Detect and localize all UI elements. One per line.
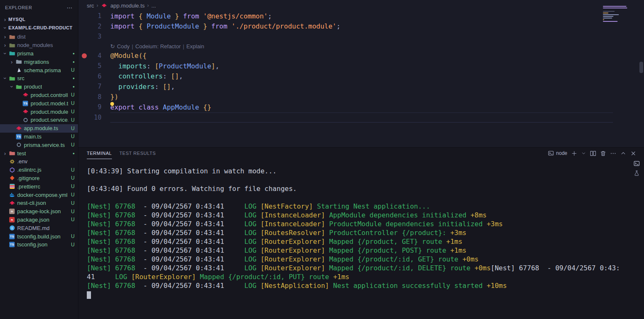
editor-scrollbar-thumb[interactable] (639, 62, 643, 73)
terminal-instance-node[interactable] (634, 160, 640, 167)
line-number[interactable]: 5 (78, 62, 101, 70)
new-terminal-button[interactable] (571, 150, 577, 157)
tree-item-prisma-service-ts[interactable]: prisma.service.tsU (0, 141, 78, 149)
line-number[interactable]: 10 (78, 114, 101, 121)
tree-item-product[interactable]: ›product● (0, 83, 78, 91)
codelens-action[interactable]: Cody (117, 43, 130, 50)
tree-item-node-modules[interactable]: ›node_modules (0, 41, 78, 50)
tree-item-prettierrc[interactable]: .prettierrcU (0, 182, 78, 191)
ts-icon: TS (22, 101, 29, 106)
nestjs-file-icon (101, 3, 108, 8)
chevron-right-icon: › (2, 150, 8, 157)
code-line-2[interactable]: 2import { ProductModule } from './produc… (78, 21, 638, 32)
code-area[interactable]: 1import { Module } from '@nestjs/common'… (78, 11, 638, 123)
terminal-line: [0:43:39] Starting compilation in watch … (87, 167, 622, 175)
tree-item-docker-compose-yml[interactable]: docker-compose.ymlU (0, 191, 78, 199)
tree-item-package-json[interactable]: npackage.jsonU (0, 216, 78, 224)
minimap[interactable] (603, 6, 628, 24)
kill-terminal-button[interactable] (600, 150, 606, 157)
code-line-7[interactable]: 7 providers: [], (78, 81, 638, 92)
service-icon (22, 117, 29, 123)
line-number[interactable]: 9 (78, 103, 101, 111)
ts-icon: TS (15, 134, 22, 139)
more-actions-icon[interactable]: ⋯ (67, 4, 73, 11)
chevron-right-icon: › (8, 59, 15, 65)
terminal-line: [Nest] 67768 - 09/04/2567 0:43:41 LOG [R… (87, 237, 622, 246)
tree-item-eslintrc-js[interactable]: .eslintrc.jsU (0, 166, 78, 174)
code-line-9[interactable]: 9export class AppModule {} (78, 102, 638, 112)
tab-test-results[interactable]: TEST RESULTS (119, 148, 156, 159)
code-line-5[interactable]: 5 imports: [ProductModule], (78, 61, 638, 71)
line-number[interactable]: 2 (78, 23, 101, 30)
tree-item-nest-cli-json[interactable]: nest-cli.jsonU (0, 199, 78, 207)
chevron-down-icon: › (2, 24, 8, 31)
split-terminal-button[interactable] (590, 150, 596, 157)
codelens-separator: | (183, 43, 184, 50)
tree-item-readme-md[interactable]: iREADME.md (0, 224, 78, 232)
line-number[interactable]: 7 (78, 83, 101, 90)
terminal-instance-test[interactable] (634, 170, 640, 176)
tree-item-product-service-ts[interactable]: product.service.tsU (0, 116, 78, 124)
terminal-tabs-list (631, 160, 642, 176)
codelens-action[interactable]: Explain (186, 43, 204, 50)
tree-item-dist[interactable]: ›dist (0, 33, 78, 41)
terminal-profile-dropdown[interactable] (581, 151, 586, 156)
tree-item-prisma[interactable]: ›prisma● (0, 50, 78, 58)
nest-icon (15, 126, 22, 131)
code-line-4[interactable]: 4@Module({ (78, 51, 638, 61)
breadcrumb-symbol[interactable]: ... (151, 3, 156, 9)
line-number[interactable]: 1 (78, 12, 101, 20)
code-line-6[interactable]: 6 controllers: [], (78, 71, 638, 82)
tree-item-label: product.controll... (31, 92, 68, 98)
code-line-10[interactable]: 10 (78, 112, 638, 123)
tree-item-product-controll[interactable]: product.controll...U (0, 91, 78, 99)
code-line-1[interactable]: 1import { Module } from '@nestjs/common'… (78, 11, 638, 21)
terminal-line: [Nest] 67768 - 09/04/2567 0:43:41 LOG [I… (87, 220, 622, 228)
terminal-instance-chip[interactable]: node (548, 150, 567, 156)
git-untracked-badge: U (68, 242, 75, 248)
tab-terminal[interactable]: TERMINAL (87, 148, 112, 159)
codelens-action[interactable]: Codeium: Refactor (135, 43, 181, 50)
tree-item-tsconfig-build-json[interactable]: TStsconfig.build.jsonU (0, 232, 78, 241)
tree-item-test[interactable]: ›test● (0, 149, 78, 157)
tree-item-app-module-ts[interactable]: app.module.tsU (0, 124, 78, 133)
tree-item-gitignore[interactable]: .gitignoreU (0, 174, 78, 183)
line-number[interactable]: 8 (78, 93, 101, 101)
tree-item-label: product (24, 84, 42, 90)
line-number[interactable]: 3 (78, 33, 101, 40)
section-example-crud-product[interactable]: › EXAMPLE-CRUD-PRODUCT (0, 24, 78, 32)
breakpoint-icon[interactable] (82, 53, 87, 58)
tree-item-label: prisma.service.ts (24, 142, 65, 148)
tree-item-schema-prisma[interactable]: schema.prismaU (0, 66, 78, 74)
tree-item-label: .eslintrc.js (17, 167, 42, 173)
terminal-output[interactable]: [0:43:39] Starting compilation in watch … (87, 167, 622, 299)
tree-item-main-ts[interactable]: TSmain.tsU (0, 133, 78, 141)
close-panel-button[interactable] (630, 150, 636, 157)
tree-item-migrations[interactable]: ›migrations● (0, 58, 78, 66)
git-icon (8, 175, 16, 181)
service-icon (15, 142, 22, 148)
panel-tab-bar: TERMINAL TEST RESULTS node (78, 148, 644, 159)
minimap-line (603, 18, 612, 18)
section-label: EXAMPLE-CRUD-PRODUCT (8, 25, 73, 30)
tree-item-tsconfig-json[interactable]: TStsconfig.jsonU (0, 241, 78, 249)
editor-pane[interactable]: src › app.module.ts › ... 1import { Modu… (78, 0, 644, 147)
line-number[interactable]: 6 (78, 73, 101, 80)
tree-item-env[interactable]: .env (0, 157, 78, 166)
panel-more-actions-button[interactable] (610, 150, 616, 157)
tree-item-product-module-ts[interactable]: product.module.tsU (0, 107, 78, 116)
tree-item-package-lock-json[interactable]: npackage-lock.jsonU (0, 207, 78, 216)
breadcrumb-src[interactable]: src (87, 3, 94, 9)
section-mysql[interactable]: › MYSQL (0, 15, 78, 24)
tree-item-src[interactable]: ›src● (0, 74, 78, 83)
breadcrumb-filename[interactable]: app.module.ts (110, 3, 145, 9)
section-label: MYSQL (8, 17, 26, 22)
code-line-8[interactable]: 8}) (78, 92, 638, 102)
folder-icon (8, 76, 16, 81)
git-untracked-badge: U (68, 133, 75, 139)
tree-item-product-model-ts[interactable]: TSproduct.model.tsU (0, 99, 78, 107)
maximize-panel-button[interactable] (620, 150, 626, 157)
lightbulb-icon[interactable] (110, 102, 114, 106)
code-line-3[interactable]: 3 (78, 31, 638, 42)
tree-item-label: main.ts (24, 133, 42, 140)
